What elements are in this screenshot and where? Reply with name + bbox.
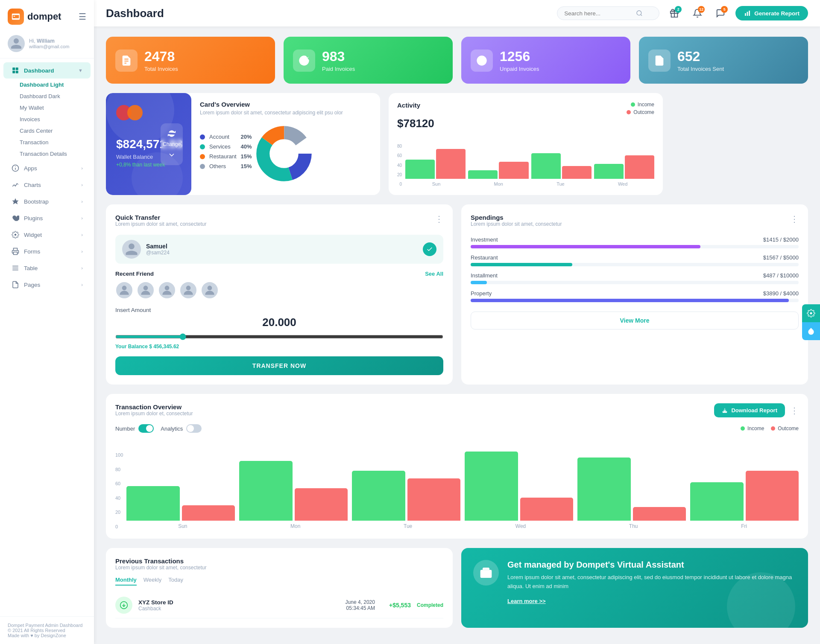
footer-company: Dompet Payment Admin Dashboard xyxy=(8,623,86,628)
change-button[interactable]: Change xyxy=(161,123,183,165)
bar-group-mon xyxy=(468,162,528,179)
big-bar-outcome-fri xyxy=(746,471,799,521)
friend-avatar-1[interactable] xyxy=(115,281,133,299)
list-icon xyxy=(11,264,20,272)
hamburger-icon[interactable]: ☰ xyxy=(79,12,86,22)
label-sun: Sun xyxy=(432,181,441,186)
bar-outcome-mon xyxy=(499,162,528,179)
sidebar-item-pages[interactable]: Pages › xyxy=(3,277,91,293)
submenu-transaction-details[interactable]: Transaction Details xyxy=(15,148,94,160)
services-dot xyxy=(200,144,205,149)
to-more-icon[interactable]: ⋮ xyxy=(790,405,799,416)
settings-panel-btn[interactable] xyxy=(802,304,820,322)
qt-balance-label: Your Balance xyxy=(115,344,148,350)
qt-title: Quick Transfer xyxy=(115,214,206,221)
submenu-dashboard-light[interactable]: Dashboard Light xyxy=(15,79,94,90)
water-drop-panel-btn[interactable] xyxy=(802,322,820,340)
middle-row: $824,571.93 Wallet Balance +0,8% than la… xyxy=(106,93,808,195)
stat-card-total-sent: 652 Total Invoices Sent xyxy=(639,37,808,84)
friend-avatar-2[interactable] xyxy=(137,281,155,299)
sidebar-item-label-plugins: Plugins xyxy=(24,215,43,221)
sp-more-icon[interactable]: ⋮ xyxy=(790,214,799,235)
to-label-thu: Thu xyxy=(629,523,638,529)
submenu-my-wallet[interactable]: My Wallet xyxy=(15,102,94,114)
qt-see-all-link[interactable]: See All xyxy=(425,271,443,277)
pt-transaction-date: June 4, 2020 05:34:45 AM xyxy=(346,599,375,611)
sidebar-item-widget[interactable]: Widget › xyxy=(3,227,91,243)
big-bar-income-wed xyxy=(465,452,518,521)
download-report-button[interactable]: Download Report xyxy=(714,403,785,417)
sidebar-item-charts[interactable]: Charts › xyxy=(3,177,91,193)
submenu-transaction[interactable]: Transaction xyxy=(15,137,94,148)
view-more-button[interactable]: View More xyxy=(471,312,799,329)
services-label: Services xyxy=(209,143,237,150)
analytics-toggle-switch[interactable] xyxy=(186,424,202,433)
bar-income-sun xyxy=(405,160,435,179)
tab-monthly[interactable]: Monthly xyxy=(115,577,137,586)
submenu-dashboard-dark[interactable]: Dashboard Dark xyxy=(15,90,94,102)
income-dot xyxy=(631,102,635,107)
sidebar-item-dashboard[interactable]: Dashboard ▼ xyxy=(3,62,91,79)
sp-header-left: Spendings Lorem ipsum dolor sit amet, co… xyxy=(471,214,562,235)
content-area: 2478 Total Invoices 983 Paid Invoices xyxy=(94,26,820,644)
sidebar-item-plugins[interactable]: Plugins › xyxy=(3,210,91,226)
gift-notification-btn[interactable]: 2 xyxy=(666,5,682,21)
sidebar-item-table[interactable]: Table › xyxy=(3,260,91,276)
search-bar[interactable] xyxy=(557,6,659,20)
view-more-label: View More xyxy=(620,317,650,324)
qt-more-icon[interactable]: ⋮ xyxy=(435,214,443,224)
friend-avatar-3[interactable] xyxy=(158,281,176,299)
activity-card: Activity Income Outcome $78120 xyxy=(389,93,663,195)
va-icon xyxy=(473,560,499,586)
big-chart-wrapper: Sun Mon Tue Wed Thu Fri xyxy=(126,440,799,529)
tab-today[interactable]: Today xyxy=(168,577,183,586)
bar-income-mon xyxy=(468,170,498,179)
va-learn-more-link[interactable]: Learn more >> xyxy=(507,598,546,604)
sp-track-restaurant xyxy=(471,263,799,266)
qt-amount-slider[interactable] xyxy=(115,333,443,340)
to-header-left: Transaction Overview Lorem ipsum dolor e… xyxy=(115,403,193,423)
qt-header-left: Quick Transfer Lorem ipsum dolor sit ame… xyxy=(115,214,206,233)
friend-avatar-5[interactable] xyxy=(201,281,219,299)
bar-group-sun xyxy=(405,149,466,179)
sidebar-item-bootstrap[interactable]: Bootstrap › xyxy=(3,193,91,210)
chat-notification-btn[interactable]: 5 xyxy=(712,5,729,21)
pt-title: Previous Transactions xyxy=(115,557,206,565)
outcome-legend-label: Outcome xyxy=(633,109,654,115)
overview-body: Card's Overview Lorem ipsum dolor sit am… xyxy=(191,93,380,195)
svg-point-35 xyxy=(487,573,489,575)
label-wed: Wed xyxy=(618,181,627,186)
transfer-now-button[interactable]: TRANSFER NOW xyxy=(115,356,443,375)
big-bar-outcome-thu xyxy=(633,507,686,521)
avatar xyxy=(8,35,25,52)
friend-avatar-4[interactable] xyxy=(179,281,197,299)
category-services: Services 40% xyxy=(200,143,252,150)
generate-report-button[interactable]: Generate Report xyxy=(735,6,808,20)
big-bar-outcome-mon xyxy=(295,488,348,521)
submenu-cards-center[interactable]: Cards Center xyxy=(15,125,94,137)
restaurant-label: Restaurant xyxy=(209,153,237,160)
bell-notification-btn[interactable]: 12 xyxy=(689,5,706,21)
qt-recent-label-row: Recent Friend See All xyxy=(115,271,443,277)
tab-weekly[interactable]: Weekly xyxy=(144,577,161,586)
chevron-right-icon-forms: › xyxy=(81,249,83,254)
stat-info-total: 2478 Total Invoices xyxy=(144,49,178,72)
to-outcome-dot xyxy=(771,426,775,431)
to-title: Transaction Overview xyxy=(115,403,193,411)
stat-number-paid: 983 xyxy=(322,49,355,64)
sidebar-item-forms[interactable]: Forms › xyxy=(3,243,91,259)
number-toggle-switch[interactable] xyxy=(138,424,154,433)
sp-header: Spendings Lorem ipsum dolor sit amet, co… xyxy=(471,214,799,235)
search-input[interactable] xyxy=(564,10,633,17)
user-email: william@gmail.com xyxy=(29,44,69,49)
sidebar-item-apps[interactable]: Apps › xyxy=(3,160,91,176)
big-bar-outcome-sun xyxy=(182,505,235,521)
wallet-icon xyxy=(479,566,493,580)
big-bar-income-fri xyxy=(690,482,743,521)
water-drop-icon xyxy=(807,327,815,335)
submenu-invoices[interactable]: Invoices xyxy=(15,114,94,125)
svg-point-6 xyxy=(15,166,16,167)
refresh-icon xyxy=(167,129,176,138)
chevron-right-icon-plugins: › xyxy=(81,216,83,221)
transaction-overview-panel: Transaction Overview Lorem ipsum dolor e… xyxy=(106,394,808,539)
